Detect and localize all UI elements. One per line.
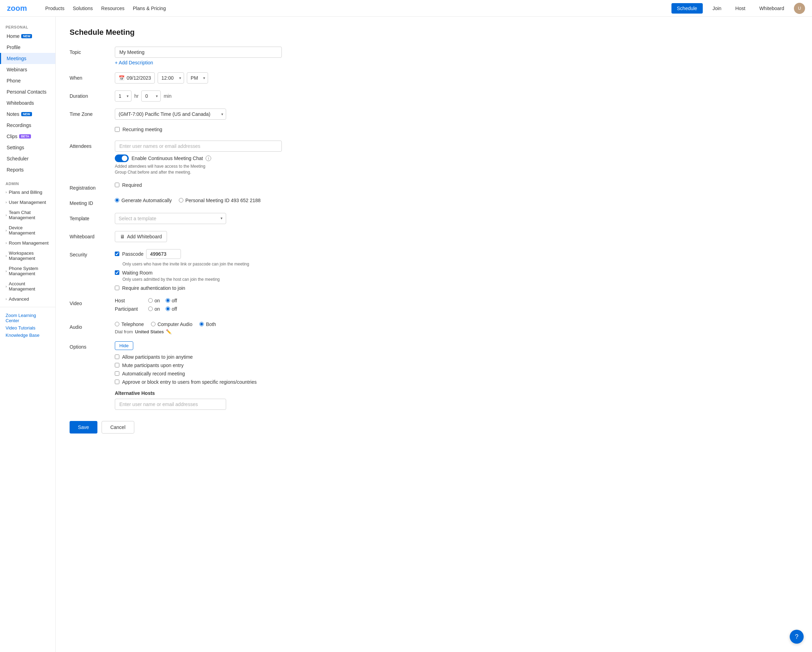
add-description-link[interactable]: + Add Description — [115, 60, 153, 66]
topic-input[interactable] — [115, 47, 282, 58]
sidebar-item-notes[interactable]: Notes NEW — [0, 108, 55, 120]
meeting-chat-description: Added attendees will have access to the … — [115, 163, 355, 176]
both-radio[interactable] — [199, 322, 204, 326]
recurring-checkbox[interactable] — [115, 127, 120, 132]
join-nav-button[interactable]: Join — [708, 3, 726, 13]
alt-hosts-input[interactable] — [115, 399, 226, 410]
recurring-checkbox-label[interactable]: Recurring meeting — [122, 127, 162, 132]
meeting-id-auto-label[interactable]: Generate Automatically — [121, 198, 172, 203]
products-link[interactable]: Products — [45, 6, 64, 11]
approve-block-label[interactable]: Approve or block entry to users from spe… — [122, 379, 257, 385]
host-off-label[interactable]: off — [172, 298, 177, 303]
meeting-chat-toggle[interactable] — [115, 154, 129, 162]
schedule-nav-button[interactable]: Schedule — [672, 3, 703, 14]
audio-label: Audio — [70, 321, 115, 330]
sidebar-admin-phone-system[interactable]: › Phone System Management — [0, 263, 55, 279]
knowledge-base-link[interactable]: Knowledge Base — [6, 333, 50, 338]
info-icon[interactable]: i — [206, 156, 211, 161]
sidebar-admin-room[interactable]: › Room Management — [0, 238, 55, 248]
timezone-label: Time Zone — [70, 108, 115, 117]
user-avatar[interactable]: U — [794, 3, 805, 14]
sidebar-item-whiteboards[interactable]: Whiteboards — [0, 98, 55, 108]
meeting-id-personal-radio[interactable] — [179, 198, 183, 203]
passcode-checkbox[interactable] — [115, 252, 119, 256]
auto-record-checkbox[interactable] — [115, 371, 119, 376]
template-select[interactable]: Select a template — [115, 213, 226, 224]
sidebar-item-personal-contacts[interactable]: Personal Contacts — [0, 86, 55, 98]
sidebar-item-profile[interactable]: Profile — [0, 42, 55, 53]
video-tutorials-link[interactable]: Video Tutorials — [6, 325, 50, 331]
add-whiteboard-button[interactable]: 🖥 Add Whiteboard — [115, 231, 167, 242]
ampm-select[interactable]: PM AM — [187, 72, 208, 84]
host-off-radio[interactable] — [166, 298, 170, 303]
mute-label[interactable]: Mute participants upon entry — [122, 362, 184, 368]
sidebar-item-home[interactable]: Home NEW — [0, 31, 55, 42]
whiteboard-nav-button[interactable]: Whiteboard — [755, 3, 788, 13]
sidebar-item-webinars[interactable]: Webinars — [0, 64, 55, 75]
duration-mins-select[interactable]: 0153045 — [141, 90, 161, 102]
attendees-input[interactable] — [115, 140, 282, 152]
meeting-id-personal-label[interactable]: Personal Meeting ID 493 652 2188 — [185, 198, 261, 203]
audio-field: Telephone Computer Audio Both Dial from … — [115, 321, 355, 334]
resources-link[interactable]: Resources — [101, 6, 125, 11]
zoom-logo[interactable]: zoom — [7, 4, 35, 13]
host-nav-button[interactable]: Host — [731, 3, 750, 13]
sidebar-admin-account[interactable]: › Account Management — [0, 279, 55, 294]
waiting-room-label[interactable]: Waiting Room — [122, 270, 153, 276]
mute-checkbox[interactable] — [115, 363, 119, 367]
sidebar-item-meetings[interactable]: Meetings — [0, 53, 55, 64]
sidebar-admin-users[interactable]: › User Management — [0, 197, 55, 208]
host-on-label[interactable]: on — [154, 298, 160, 303]
waiting-room-checkbox[interactable] — [115, 270, 119, 275]
computer-audio-label[interactable]: Computer Audio — [157, 321, 192, 327]
timezone-select[interactable]: (GMT-7:00) Pacific Time (US and Canada) … — [115, 108, 226, 120]
sidebar-admin-plans[interactable]: › Plans and Billing — [0, 187, 55, 197]
duration-field: 123 hr 0153045 min — [115, 90, 355, 102]
topic-field: + Add Description — [115, 47, 355, 66]
host-on-radio[interactable] — [148, 298, 153, 303]
allow-join-label[interactable]: Allow participants to join anytime — [122, 354, 193, 360]
sidebar-item-reports[interactable]: Reports — [0, 164, 55, 176]
sidebar-admin-device[interactable]: › Device Management — [0, 223, 55, 238]
computer-audio-radio[interactable] — [151, 322, 156, 326]
time-select[interactable]: 12:00 12:30 1:00 — [157, 72, 184, 84]
sidebar-item-scheduler[interactable]: Scheduler — [0, 153, 55, 164]
solutions-link[interactable]: Solutions — [73, 6, 93, 11]
edit-icon[interactable]: ✏️ — [166, 329, 171, 334]
hide-button[interactable]: Hide — [115, 341, 133, 350]
participant-on-label[interactable]: on — [154, 306, 160, 312]
telephone-radio[interactable] — [115, 322, 119, 326]
registration-checkbox[interactable] — [115, 183, 119, 187]
duration-hours-select[interactable]: 123 — [115, 90, 131, 102]
auto-record-label[interactable]: Automatically record meeting — [122, 371, 185, 376]
sidebar-admin-advanced[interactable]: › Advanced — [0, 294, 55, 304]
sidebar-item-phone[interactable]: Phone — [0, 75, 55, 86]
telephone-label[interactable]: Telephone — [121, 321, 144, 327]
sidebar-item-settings[interactable]: Settings — [0, 142, 55, 153]
participant-on-radio[interactable] — [148, 307, 153, 311]
learning-center-link[interactable]: Zoom Learning Center — [6, 313, 50, 323]
participant-off-label[interactable]: off — [172, 306, 177, 312]
auth-checkbox[interactable] — [115, 286, 119, 290]
passcode-input[interactable] — [146, 249, 181, 259]
support-fab[interactable]: ? — [790, 630, 804, 644]
meeting-id-auto-radio[interactable] — [115, 198, 119, 203]
registration-checkbox-label[interactable]: Required — [122, 182, 142, 188]
home-badge: NEW — [21, 34, 32, 38]
both-label[interactable]: Both — [206, 321, 216, 327]
date-input-wrapper[interactable]: 📅 09/12/2023 — [115, 72, 155, 84]
when-label: When — [70, 72, 115, 81]
auth-label[interactable]: Require authentication to join — [122, 285, 185, 291]
registration-checkbox-row: Required — [115, 182, 355, 188]
sidebar-item-recordings[interactable]: Recordings — [0, 120, 55, 131]
cancel-button[interactable]: Cancel — [102, 421, 134, 434]
sidebar-item-clips[interactable]: Clips BETA — [0, 131, 55, 142]
approve-block-checkbox[interactable] — [115, 380, 119, 384]
allow-join-checkbox[interactable] — [115, 354, 119, 359]
participant-off-radio[interactable] — [166, 307, 170, 311]
sidebar-admin-team-chat[interactable]: › Team Chat Management — [0, 208, 55, 223]
save-button[interactable]: Save — [70, 421, 98, 434]
sidebar-admin-workspaces[interactable]: › Workspaces Management — [0, 248, 55, 263]
passcode-checkbox-label[interactable]: Passcode — [122, 251, 143, 257]
plans-pricing-link[interactable]: Plans & Pricing — [133, 6, 166, 11]
